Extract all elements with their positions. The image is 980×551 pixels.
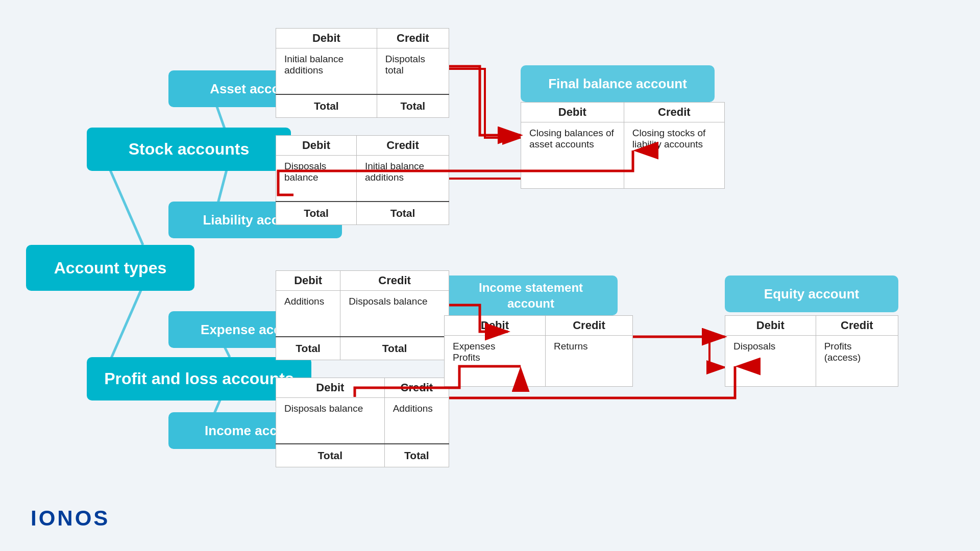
asset-t-account: Debit Credit Initial balance additions D… [276,28,449,118]
ionos-logo: IONOS [31,506,110,531]
income-statement-t-account: Debit Credit ExpensesProfits Returns [444,315,633,387]
expense-t-account: Debit Credit Additions Disposals balance… [276,270,449,360]
equity-t-account: Debit Credit Disposals Profits(access) [725,315,898,387]
income-t-account: Debit Credit Disposals balance Additions… [276,378,449,467]
final-balance-t-account: Debit Credit Closing balances of asset a… [521,102,725,189]
equity-account-label: Equity account [725,276,898,312]
liability-t-account: Debit Credit Disposals balance Initial b… [276,135,449,225]
stock-accounts-label: Stock accounts [87,128,291,171]
income-statement-label: Income statementaccount [444,276,618,315]
svg-line-0 [107,163,143,245]
svg-line-1 [107,286,143,367]
account-types-label: Account types [26,245,194,291]
final-balance-label: Final balance account [521,65,715,102]
